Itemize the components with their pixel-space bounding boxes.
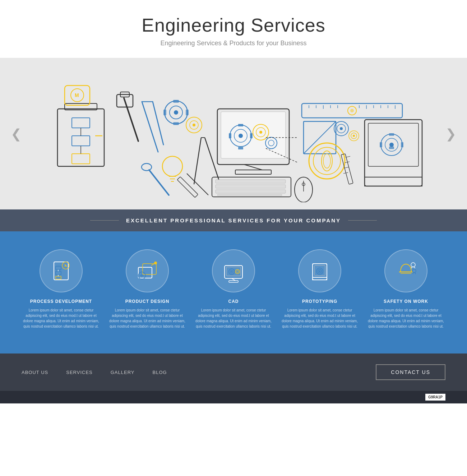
svg-point-85 — [353, 135, 355, 137]
service-title-product-design: PRODUCT DESIGN — [108, 299, 187, 304]
product-design-icon-circle — [126, 249, 169, 292]
svg-point-129 — [236, 271, 239, 273]
services-grid: PROCESS DEVELOPMENT Lorem ipsum dolor si… — [22, 249, 445, 329]
svg-rect-48 — [250, 133, 253, 138]
svg-rect-103 — [401, 142, 403, 147]
service-desc-process-development: Lorem ipsum dolor sit amet, conse ctetur… — [22, 308, 101, 329]
hero-illustration: M — [36, 66, 431, 202]
svg-rect-133 — [313, 277, 327, 280]
safety-on-work-icon-circle — [384, 249, 427, 292]
svg-rect-101 — [389, 147, 394, 149]
svg-line-33 — [187, 174, 208, 195]
svg-rect-104 — [365, 177, 422, 186]
tagline-right-decoration — [348, 220, 377, 221]
footer-section: ABOUT US SERVICES GALLERY BLOG CONTACT U… — [0, 353, 467, 391]
svg-rect-107 — [56, 271, 61, 275]
svg-rect-106 — [56, 266, 61, 270]
service-item-product-design: PRODUCT DESIGN Lorem ipsum dolor sit ame… — [108, 249, 187, 329]
svg-point-99 — [389, 143, 394, 147]
svg-line-79 — [304, 121, 336, 154]
svg-point-127 — [231, 271, 232, 272]
svg-rect-57 — [216, 190, 286, 193]
svg-point-86 — [309, 143, 345, 179]
contact-us-button[interactable]: CONTACT US — [376, 364, 445, 380]
svg-point-66 — [350, 109, 354, 112]
footer-nav-gallery[interactable]: GALLERY — [111, 370, 135, 375]
svg-rect-95 — [365, 120, 422, 186]
svg-line-40 — [244, 165, 262, 170]
tagline-left-decoration — [90, 220, 119, 221]
service-desc-prototyping: Lorem ipsum dolor sit amet, conse ctetur… — [280, 308, 359, 329]
prototyping-icon-circle — [298, 249, 341, 292]
svg-rect-46 — [238, 147, 243, 149]
svg-point-51 — [259, 131, 262, 134]
svg-point-136 — [319, 271, 320, 272]
service-item-process-development: PROCESS DEVELOPMENT Lorem ipsum dolor si… — [22, 249, 101, 329]
svg-line-113 — [65, 265, 66, 267]
svg-point-89 — [323, 154, 330, 168]
svg-line-93 — [344, 167, 349, 168]
svg-rect-41 — [235, 170, 271, 174]
service-desc-safety-on-work: Lorem ipsum dolor sit amet, conse ctetur… — [366, 308, 445, 329]
service-item-prototyping: PROTOTYPING Lorem ipsum dolor sit amet, … — [280, 249, 359, 329]
svg-point-82 — [340, 127, 343, 130]
watermark-section: G9RA1P — [0, 391, 467, 403]
svg-rect-55 — [216, 180, 286, 183]
svg-line-14 — [142, 102, 158, 152]
service-item-safety-on-work: SAFETY ON WORK Lorem ipsum dolor sit ame… — [366, 249, 445, 329]
svg-point-139 — [411, 263, 415, 267]
process-development-icon-circle — [40, 249, 83, 292]
footer-nav: ABOUT US SERVICES GALLERY BLOG — [22, 370, 167, 375]
svg-rect-47 — [229, 133, 231, 138]
footer-nav-services[interactable]: SERVICES — [66, 370, 93, 375]
svg-line-11 — [124, 98, 138, 141]
svg-point-27 — [162, 156, 182, 176]
watermark-badge: G9RA1P — [425, 394, 445, 401]
service-title-cad: CAD — [194, 299, 273, 304]
footer-nav-blog[interactable]: BLOG — [152, 370, 167, 375]
services-section: PROCESS DEVELOPMENT Lorem ipsum dolor si… — [0, 231, 467, 353]
svg-point-26 — [193, 124, 195, 126]
svg-text:M: M — [75, 92, 79, 98]
svg-rect-56 — [216, 185, 286, 188]
svg-rect-124 — [229, 281, 238, 282]
svg-point-32 — [142, 163, 152, 171]
tagline-banner: EXCELLENT PROFESSIONAL SERVICES FOR YOUR… — [0, 209, 467, 231]
svg-rect-3 — [72, 136, 90, 146]
svg-rect-58 — [217, 194, 282, 196]
svg-line-35 — [194, 138, 201, 184]
service-title-prototyping: PROTOTYPING — [280, 299, 359, 304]
page-subtitle: Engineering Services & Products for your… — [7, 40, 460, 47]
service-title-process-development: PROCESS DEVELOPMENT — [22, 299, 101, 304]
svg-point-128 — [235, 269, 240, 274]
hero-section: ❮ M — [0, 59, 467, 209]
svg-rect-21 — [173, 122, 179, 125]
footer-nav-about-us[interactable]: ABOUT US — [22, 370, 48, 375]
service-title-safety-on-work: SAFETY ON WORK — [366, 299, 445, 304]
header-section: Engineering Services Engineering Service… — [0, 0, 467, 59]
svg-point-140 — [412, 269, 416, 273]
svg-rect-2 — [72, 118, 90, 128]
svg-rect-45 — [238, 124, 243, 126]
svg-point-19 — [174, 110, 178, 115]
service-item-cad: CAD Lorem ipsum dolor sit amet, conse ct… — [194, 249, 273, 329]
next-arrow-button[interactable]: ❯ — [442, 123, 460, 145]
tagline-text: EXCELLENT PROFESSIONAL SERVICES FOR YOUR… — [126, 217, 341, 223]
service-desc-product-design: Lorem ipsum dolor sit amet, conse ctetur… — [108, 308, 187, 329]
svg-rect-100 — [389, 133, 394, 136]
svg-line-15 — [153, 102, 163, 145]
cad-icon-circle — [212, 249, 255, 292]
service-desc-cad: Lorem ipsum dolor sit amet, conse ctetur… — [194, 308, 273, 329]
page-title: Engineering Services — [7, 14, 460, 36]
svg-point-87 — [313, 147, 341, 175]
prev-arrow-button[interactable]: ❮ — [7, 123, 25, 145]
svg-rect-20 — [173, 100, 179, 103]
svg-rect-22 — [163, 110, 166, 115]
svg-rect-4 — [72, 154, 90, 164]
svg-rect-108 — [56, 276, 61, 279]
svg-rect-23 — [186, 110, 189, 115]
svg-point-120 — [154, 262, 157, 264]
svg-rect-102 — [380, 142, 382, 147]
svg-point-44 — [239, 134, 243, 138]
